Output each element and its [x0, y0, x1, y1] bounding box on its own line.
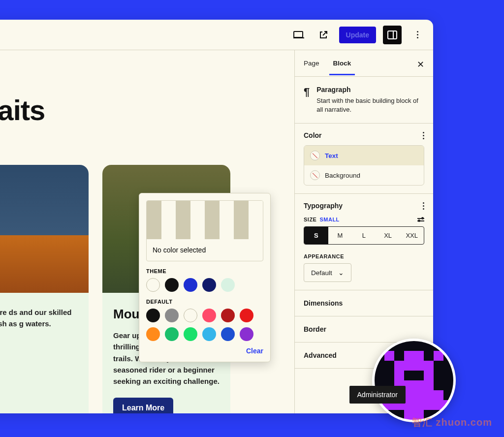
card-image — [0, 165, 89, 293]
theme-label: THEME — [146, 268, 263, 274]
color-swatch[interactable] — [221, 309, 235, 322]
tab-block[interactable]: Block — [333, 60, 351, 67]
color-swatch[interactable] — [240, 309, 253, 322]
clear-color-button[interactable]: Clear — [146, 347, 263, 355]
text-color-row[interactable]: Text — [304, 146, 424, 165]
tab-page[interactable]: Page — [304, 60, 319, 67]
color-swatch[interactable] — [202, 327, 216, 341]
default-swatch-row — [146, 327, 263, 341]
size-option-s[interactable]: S — [304, 227, 328, 244]
color-swatch[interactable] — [184, 327, 197, 341]
color-popover: No color selected THEME DEFAULT Clear — [139, 193, 271, 362]
sliders-icon[interactable] — [417, 218, 424, 221]
color-swatch[interactable] — [146, 278, 160, 292]
default-label: DEFAULT — [146, 299, 263, 305]
paragraph-icon: ¶ — [304, 86, 310, 114]
more-options-icon[interactable] — [423, 132, 424, 139]
size-option-xxl[interactable]: XXL — [400, 227, 424, 244]
color-swatch[interactable] — [184, 309, 197, 322]
color-swatch[interactable] — [165, 327, 179, 341]
color-swatch[interactable] — [202, 278, 216, 292]
card-body: adventure ds and our skilled mate rush a… — [0, 293, 89, 413]
background-color-label: Background — [325, 172, 360, 179]
appearance-label: APPEARANCE — [304, 253, 424, 259]
block-type-name: Paragraph — [316, 86, 424, 94]
color-swatch[interactable] — [184, 278, 197, 292]
size-current: SMALL — [319, 217, 339, 222]
more-options-icon[interactable] — [409, 26, 426, 44]
appearance-value: Default — [311, 269, 332, 277]
color-swatch[interactable] — [146, 309, 160, 322]
avatar[interactable] — [372, 339, 456, 422]
color-swatch[interactable] — [202, 309, 216, 322]
color-swatch[interactable] — [240, 327, 253, 341]
color-swatch[interactable] — [165, 309, 179, 322]
theme-swatch-row — [146, 278, 263, 292]
block-type-desc: Start with the basic building block of a… — [316, 96, 424, 114]
top-toolbar: Update — [0, 20, 433, 50]
more-options-icon[interactable] — [423, 202, 424, 210]
no-color-label: No color selected — [147, 239, 263, 261]
color-swatch[interactable] — [221, 327, 235, 341]
editor-canvas[interactable]: awaits adventure ds and our skilled mate… — [0, 50, 294, 413]
background-color-row[interactable]: Background — [304, 165, 424, 185]
swatch-icon — [310, 170, 320, 180]
learn-more-button[interactable]: Learn More — [113, 398, 173, 413]
size-heading: SIZE SMALL — [304, 217, 424, 222]
color-swatch[interactable] — [221, 278, 235, 292]
update-button[interactable]: Update — [339, 27, 376, 43]
panel-label: Color — [304, 131, 322, 139]
block-meta: ¶ Paragraph Start with the basic buildin… — [295, 77, 433, 124]
close-icon[interactable]: ✕ — [417, 59, 424, 70]
editor-window: Update awaits adventure ds and our skill… — [0, 20, 433, 413]
svg-rect-1 — [293, 37, 304, 38]
external-link-icon[interactable] — [315, 26, 332, 44]
typography-panel: Typography SIZE SMALL SMLXLXXL APPEARANC… — [295, 194, 433, 290]
typography-panel-title: Typography — [304, 202, 424, 210]
color-swatch[interactable] — [146, 327, 160, 341]
color-panel-title: Color — [304, 131, 424, 139]
size-options: SMLXLXXL — [304, 226, 424, 245]
dimensions-panel[interactable]: Dimensions — [295, 290, 433, 316]
card-rafting[interactable]: adventure ds and our skilled mate rush a… — [0, 165, 89, 413]
chevron-down-icon: ⌄ — [338, 269, 344, 277]
page-headline[interactable]: awaits — [0, 94, 284, 126]
watermark: 智汇 zhuon.com — [412, 416, 492, 429]
swatch-icon — [310, 151, 320, 160]
size-option-m[interactable]: M — [328, 227, 352, 244]
color-swatch[interactable] — [165, 278, 179, 292]
default-swatch-row — [146, 309, 263, 322]
text-color-label: Text — [325, 152, 338, 159]
sidebar-tabs: Page Block ✕ — [295, 50, 433, 77]
size-label: SIZE — [304, 217, 316, 222]
color-panel: Color Text Background — [295, 124, 433, 194]
size-option-l[interactable]: L — [352, 227, 376, 244]
checker-pattern — [147, 201, 263, 239]
card-description[interactable]: adventure ds and our skilled mate rush a… — [0, 307, 78, 330]
panel-label: Typography — [304, 202, 343, 210]
appearance-select[interactable]: Default ⌄ — [304, 263, 351, 282]
device-preview-icon[interactable] — [290, 26, 308, 44]
editor-body: awaits adventure ds and our skilled mate… — [0, 50, 433, 413]
size-option-xl[interactable]: XL — [376, 227, 400, 244]
color-row-group: Text Background — [304, 145, 424, 186]
avatar-tooltip: Administrator — [349, 386, 406, 404]
color-preview: No color selected — [146, 200, 263, 261]
pixel-art-icon — [375, 341, 453, 420]
panel-toggle-button[interactable] — [383, 26, 402, 44]
svg-rect-0 — [294, 31, 303, 37]
svg-rect-2 — [388, 31, 397, 39]
